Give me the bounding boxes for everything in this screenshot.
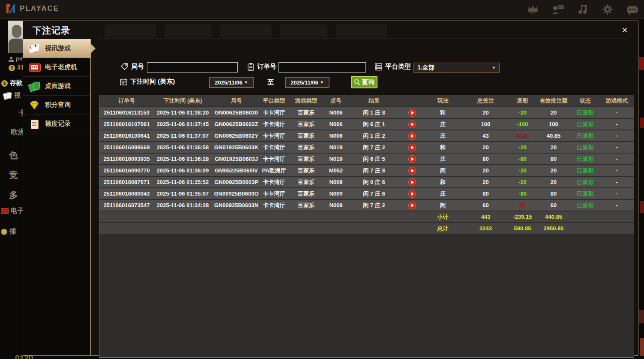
cell-total_bet: 43 bbox=[463, 130, 509, 142]
cell-round: GM05225B060IV bbox=[212, 165, 261, 176]
cell-mode: - bbox=[600, 153, 634, 165]
cell-replay bbox=[401, 107, 423, 118]
vip-icon[interactable]: VIP bbox=[526, 2, 540, 17]
cell-total_bet: 60 bbox=[463, 199, 509, 211]
order-number-input[interactable] bbox=[279, 62, 366, 72]
cell-result: 闲 7 庄 2 bbox=[347, 142, 401, 153]
cell-mode: - bbox=[600, 165, 634, 176]
search-icon bbox=[354, 79, 360, 85]
cell-result: 闲 1 庄 8 bbox=[347, 107, 401, 118]
cell-status: 已派彩 bbox=[571, 107, 600, 118]
platform-filter-label: 平台类型 bbox=[374, 63, 411, 71]
cell-time: 2025-11-06 01:37:45 bbox=[154, 118, 212, 130]
cell-status: 已派彩 bbox=[571, 188, 600, 199]
date-from-picker[interactable]: 2025/11/06 ▼ bbox=[209, 77, 254, 88]
fishing-icon bbox=[1, 229, 7, 235]
table-row: 2511060161131532025-11-06 01:38:20GN0062… bbox=[99, 107, 634, 118]
cell-table: M052 bbox=[325, 165, 347, 176]
replay-play-icon[interactable] bbox=[408, 132, 416, 140]
settings-gear-icon[interactable] bbox=[600, 2, 615, 17]
avatar[interactable] bbox=[8, 21, 25, 53]
replay-play-icon[interactable] bbox=[408, 202, 416, 209]
cell-platform: 卡卡湾厅 bbox=[261, 130, 287, 142]
cell-status: 已派彩 bbox=[571, 165, 600, 176]
replay-play-icon[interactable] bbox=[408, 178, 416, 186]
cards-icon bbox=[3, 92, 12, 99]
cell-mode: - bbox=[600, 142, 634, 153]
cell-total_bet: 80 bbox=[463, 188, 509, 199]
cell-game: 百家乐 bbox=[287, 118, 325, 130]
brand-text: PLAYACE bbox=[20, 4, 59, 13]
close-icon[interactable]: × bbox=[619, 24, 630, 36]
chevron-down-icon: ▼ bbox=[244, 80, 248, 84]
sidebar-item-quota-records[interactable]: 额度记录 bbox=[23, 115, 90, 133]
cell-platform: 卡卡湾厅 bbox=[261, 153, 287, 165]
cell-play_type: 闲 bbox=[423, 199, 463, 211]
replay-play-icon[interactable] bbox=[408, 121, 416, 128]
coin-icon bbox=[9, 65, 15, 71]
cell-replay bbox=[401, 153, 423, 165]
sidebar-item-video-games[interactable]: 视讯游戏 bbox=[23, 39, 90, 58]
cell-platform: 卡卡湾厅 bbox=[261, 188, 287, 199]
cell-play_type: 闲 bbox=[423, 165, 463, 176]
cell-valid_bet: 20 bbox=[536, 176, 571, 188]
platform-type-select[interactable]: 1.全部 ▼ bbox=[413, 63, 500, 73]
cell-time: 2025-11-06 01:34:28 bbox=[154, 199, 212, 211]
chat-icon[interactable] bbox=[625, 2, 640, 17]
replay-play-icon[interactable] bbox=[408, 190, 416, 198]
cell-platform: 卡卡湾厅 bbox=[261, 176, 287, 188]
sidebar-item-slots[interactable]: 电子老虎机 bbox=[23, 58, 90, 77]
cell-time: 2025-11-06 01:35:07 bbox=[154, 188, 212, 199]
replay-play-icon[interactable] bbox=[408, 167, 416, 175]
user-icon bbox=[9, 57, 14, 62]
modal-content: 局号 订单号 平台类型 1.全部 ▼ bbox=[91, 39, 638, 355]
background-nav-video[interactable]: 视 bbox=[3, 91, 21, 100]
cell-replay bbox=[401, 130, 423, 142]
cell-payout: -100 bbox=[509, 118, 536, 130]
cell-payout: -20 bbox=[509, 142, 536, 153]
search-button[interactable]: 查询 bbox=[351, 76, 377, 88]
cell-payout: 40.85 bbox=[509, 130, 536, 142]
cell-order: 251106016087671 bbox=[99, 176, 154, 188]
column-header: 局号 bbox=[212, 95, 261, 107]
round-number-input[interactable] bbox=[147, 62, 238, 72]
background-thumb-fragment bbox=[639, 310, 644, 323]
background-thumb-fragment bbox=[640, 201, 644, 213]
cell-payout: -20 bbox=[509, 176, 536, 188]
cell-table: N009 bbox=[325, 176, 347, 188]
date-range-to-label: 至 bbox=[267, 78, 274, 87]
background-nav-fishing[interactable]: 捕 bbox=[1, 227, 16, 235]
deposit-icon bbox=[1, 80, 8, 87]
cell-status: 已派彩 bbox=[571, 176, 600, 188]
cell-round: GN00925B0603O bbox=[212, 188, 261, 199]
background-thumb-fragment bbox=[639, 57, 644, 70]
cell-mode: - bbox=[600, 188, 634, 199]
column-header: 总投注 bbox=[463, 95, 509, 107]
cell-result: 闲 7 庄 8 bbox=[347, 165, 401, 176]
background-nav-deposit[interactable]: 存款 bbox=[1, 79, 23, 87]
music-icon[interactable] bbox=[575, 2, 590, 17]
replay-play-icon[interactable] bbox=[408, 144, 416, 151]
logo-mark bbox=[5, 3, 16, 14]
cell-replay bbox=[401, 142, 423, 153]
replay-play-icon[interactable] bbox=[408, 109, 416, 117]
sidebar-item-points-query[interactable]: 积分查询 bbox=[23, 96, 90, 115]
background-nav-dianzi[interactable]: 电子 bbox=[1, 207, 24, 215]
cell-order: 251106016098669 bbox=[99, 142, 154, 153]
cell-table: N006 bbox=[325, 130, 347, 142]
tag-icon bbox=[120, 63, 129, 71]
cell-total_bet: 100 bbox=[463, 118, 509, 130]
sidebar-item-table-games[interactable]: 桌面游戏 bbox=[23, 77, 90, 96]
cell-play_type: 庄 bbox=[423, 188, 463, 199]
cell-game: 百家乐 bbox=[287, 107, 325, 118]
platform-icon bbox=[374, 63, 383, 71]
diamond-icon bbox=[28, 100, 41, 111]
cell-time: 2025-11-06 01:38:20 bbox=[154, 107, 212, 118]
replay-play-icon[interactable] bbox=[408, 155, 416, 163]
date-to-picker[interactable]: 2025/11/06 ▼ bbox=[285, 77, 329, 88]
cell-status: 已派彩 bbox=[571, 142, 600, 153]
cell-table: N006 bbox=[325, 107, 347, 118]
support-icon[interactable] bbox=[551, 2, 565, 17]
column-header: 下注时间 (美东) bbox=[154, 95, 212, 107]
subtotal-total-bet: 443 bbox=[463, 211, 509, 223]
